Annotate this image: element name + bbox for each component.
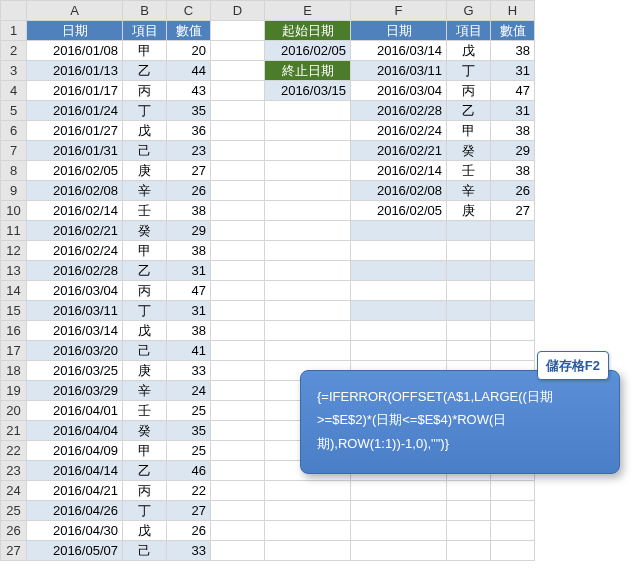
cell[interactable] (351, 281, 447, 301)
cell[interactable] (211, 321, 265, 341)
cell[interactable]: 丁 (123, 101, 167, 121)
cell[interactable]: 甲 (123, 241, 167, 261)
cell[interactable]: 2016/04/14 (27, 461, 123, 481)
cell[interactable]: 項目 (447, 21, 491, 41)
cell[interactable]: 27 (491, 201, 535, 221)
cell[interactable] (491, 501, 535, 521)
cell[interactable]: 29 (167, 221, 211, 241)
cell[interactable] (351, 261, 447, 281)
cell[interactable]: 癸 (447, 141, 491, 161)
cell[interactable]: 20 (167, 41, 211, 61)
row-header[interactable]: 1 (1, 21, 27, 41)
cell[interactable] (447, 221, 491, 241)
cell[interactable] (211, 161, 265, 181)
cell[interactable]: 2016/04/26 (27, 501, 123, 521)
cell[interactable]: 戊 (123, 121, 167, 141)
cell[interactable] (211, 141, 265, 161)
cell[interactable] (351, 221, 447, 241)
cell[interactable]: 2016/02/08 (351, 181, 447, 201)
cell[interactable]: 2016/02/14 (27, 201, 123, 221)
cell[interactable]: 丙 (123, 481, 167, 501)
cell[interactable]: 2016/01/31 (27, 141, 123, 161)
cell[interactable]: 乙 (123, 461, 167, 481)
row-header[interactable]: 16 (1, 321, 27, 341)
cell[interactable]: 22 (167, 481, 211, 501)
cell[interactable]: 庚 (123, 161, 167, 181)
cell[interactable]: 2016/04/09 (27, 441, 123, 461)
col-header-C[interactable]: C (167, 1, 211, 21)
cell[interactable]: 2016/02/08 (27, 181, 123, 201)
cell[interactable] (447, 481, 491, 501)
row-header[interactable]: 24 (1, 481, 27, 501)
cell[interactable]: 2016/04/30 (27, 521, 123, 541)
row-header[interactable]: 22 (1, 441, 27, 461)
cell[interactable]: 丁 (123, 301, 167, 321)
row-header[interactable]: 17 (1, 341, 27, 361)
cell[interactable]: 41 (167, 341, 211, 361)
cell[interactable] (447, 501, 491, 521)
cell[interactable]: 35 (167, 421, 211, 441)
cell[interactable] (351, 541, 447, 561)
cell[interactable]: 2016/02/14 (351, 161, 447, 181)
cell[interactable] (491, 261, 535, 281)
cell[interactable]: 己 (123, 141, 167, 161)
cell[interactable] (447, 281, 491, 301)
cell[interactable]: 27 (167, 501, 211, 521)
cell[interactable]: 38 (167, 321, 211, 341)
cell[interactable]: 丙 (447, 81, 491, 101)
cell[interactable]: 2016/02/24 (27, 241, 123, 261)
cell[interactable]: 2016/03/11 (27, 301, 123, 321)
cell[interactable]: 2016/03/04 (27, 281, 123, 301)
cell[interactable] (211, 381, 265, 401)
cell[interactable]: 乙 (447, 101, 491, 121)
cell[interactable]: 27 (167, 161, 211, 181)
cell[interactable] (491, 221, 535, 241)
col-header-G[interactable]: G (447, 1, 491, 21)
cell[interactable] (447, 321, 491, 341)
row-header[interactable]: 5 (1, 101, 27, 121)
cell[interactable] (265, 521, 351, 541)
col-header-E[interactable]: E (265, 1, 351, 21)
col-header-B[interactable]: B (123, 1, 167, 21)
cell[interactable]: 31 (491, 101, 535, 121)
cell[interactable] (211, 61, 265, 81)
cell[interactable] (211, 501, 265, 521)
cell[interactable]: 戊 (447, 41, 491, 61)
cell[interactable]: 甲 (123, 441, 167, 461)
cell[interactable]: 丁 (123, 501, 167, 521)
cell[interactable] (265, 321, 351, 341)
cell[interactable] (265, 281, 351, 301)
cell[interactable]: 38 (491, 161, 535, 181)
cell[interactable] (265, 341, 351, 361)
cell[interactable] (491, 241, 535, 261)
cell[interactable]: 38 (167, 241, 211, 261)
cell[interactable]: 項目 (123, 21, 167, 41)
cell[interactable]: 2016/01/27 (27, 121, 123, 141)
cell[interactable] (447, 301, 491, 321)
cell[interactable]: 29 (491, 141, 535, 161)
cell[interactable]: 起始日期 (265, 21, 351, 41)
cell[interactable]: 31 (167, 301, 211, 321)
cell[interactable] (211, 201, 265, 221)
cell[interactable]: 壬 (123, 201, 167, 221)
col-header-D[interactable]: D (211, 1, 265, 21)
cell[interactable] (447, 521, 491, 541)
cell[interactable] (265, 141, 351, 161)
row-header[interactable]: 20 (1, 401, 27, 421)
cell[interactable]: 癸 (123, 221, 167, 241)
row-header[interactable]: 25 (1, 501, 27, 521)
spreadsheet-grid[interactable]: A B C D E F G H 1日期項目數值起始日期日期項目數值22016/0… (0, 0, 535, 561)
cell[interactable] (265, 121, 351, 141)
cell[interactable] (265, 201, 351, 221)
cell[interactable]: 25 (167, 441, 211, 461)
cell[interactable]: 2016/03/29 (27, 381, 123, 401)
cell[interactable]: 庚 (447, 201, 491, 221)
cell[interactable]: 2016/03/04 (351, 81, 447, 101)
cell[interactable]: 數值 (491, 21, 535, 41)
cell[interactable]: 2016/03/14 (351, 41, 447, 61)
cell[interactable] (447, 341, 491, 361)
cell[interactable]: 2016/02/28 (27, 261, 123, 281)
cell[interactable]: 2016/03/15 (265, 81, 351, 101)
row-header[interactable]: 2 (1, 41, 27, 61)
row-header[interactable]: 3 (1, 61, 27, 81)
